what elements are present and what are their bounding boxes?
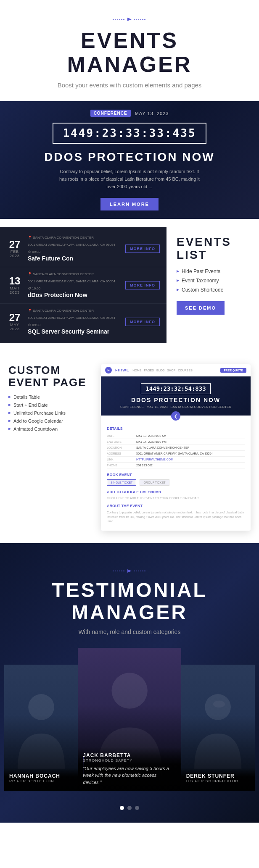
test-name-derek: DEREK STUNFER xyxy=(186,773,250,779)
free-quote-button[interactable]: FREE QUOTE xyxy=(220,368,246,373)
browser-nav: HOME PAGES BLOG SHOP COURSES xyxy=(132,369,217,372)
carousel-dots xyxy=(0,799,259,823)
mini-banner-title: DDOS PROTECTION NOW xyxy=(108,397,244,403)
event-date: 27 FEB 2023 xyxy=(7,239,23,258)
nav-pages: PAGES xyxy=(144,369,154,372)
event-name: dDos Protection Now xyxy=(28,292,120,298)
event-address: 5001 GREAT AMERICA PKWY, SANTA CLARA, CA… xyxy=(28,316,115,320)
custom-feature: Start + End Date xyxy=(8,402,92,408)
sidebar-item: Hide Past Events xyxy=(177,268,249,274)
event-day: 27 xyxy=(7,313,23,323)
event-venue: 📍 SANTA CLARA CONVENTION CENTER xyxy=(28,309,94,313)
custom-feature: Add to Google Calendar xyxy=(8,418,92,423)
event-info: 📍 SANTA CLARA CONVENTION CENTER 5001 GRE… xyxy=(28,236,120,262)
see-demo-button[interactable]: SEE DEMO xyxy=(177,301,225,315)
dot-1[interactable] xyxy=(120,806,124,810)
detail-value: HTTP://FIRWLTHEME.COM xyxy=(136,458,173,461)
brand-logo: F xyxy=(105,367,112,374)
hero-section: EVENTS MANAGER Boost your events with cu… xyxy=(0,0,259,101)
event-address: 5001 GREAT AMERICA PKWY, SANTA CLARA, CA… xyxy=(28,279,115,283)
browser-mockup: F FIRWL HOME PAGES BLOG SHOP COURSES FRE… xyxy=(101,364,251,531)
hero-subtitle: Boost your events with custom elements a… xyxy=(8,82,251,89)
detail-value: SANTA CLARA CONVENTION CENTER xyxy=(136,446,190,449)
event-day: 27 xyxy=(7,239,23,250)
event-month: MAY xyxy=(7,323,23,327)
testimonial-cards: HANNAH BOCACH PR FOR BENTETTON JACK BARB… xyxy=(0,648,259,799)
more-info-button[interactable]: MORE INFO xyxy=(125,281,160,289)
event-time: ⏱ 09:30 xyxy=(28,250,40,254)
dot-2[interactable] xyxy=(127,806,132,810)
group-ticket[interactable]: GROUP TICKET xyxy=(140,479,169,486)
nav-home: HOME xyxy=(132,369,141,372)
custom-left: CUSTOM EVENT PAGE Details Table Start + … xyxy=(8,364,92,434)
testimonial-card-hannah: HANNAH BOCACH PR FOR BENTETTON xyxy=(4,665,78,791)
event-card: 27 MAY 2023 📍 SANTA CLARA CONVENTION CEN… xyxy=(0,304,166,340)
brand-name: FIRWL xyxy=(115,368,129,372)
more-info-button[interactable]: MORE INFO xyxy=(125,318,160,326)
detail-label: LOCATION xyxy=(107,446,136,449)
scroll-arrow[interactable]: ❮ xyxy=(171,411,180,421)
detail-row: LINK HTTP://FIRWLTHEME.COM xyxy=(107,457,245,463)
detail-row: ADDRESS 5001 GREAT AMERICA PKWY, SANTA C… xyxy=(107,451,245,457)
testimonial-section: TESTIMONIAL MANAGER With name, role and … xyxy=(0,543,259,823)
event-meta: 📍 SANTA CLARA CONVENTION CENTER 5001 GRE… xyxy=(28,272,120,290)
single-ticket[interactable]: SINGLE TICKET xyxy=(107,479,136,486)
detail-row: DATE MAY 13, 2023 9:30 AM xyxy=(107,433,245,439)
detail-label: PHONE xyxy=(107,464,136,467)
detail-value: 5001 GREAT AMERICA PKWY, SANTA CLARA, CA… xyxy=(136,452,213,455)
banner-section: CONFERENCE MAY 13, 2023 1449:23:33:33:43… xyxy=(0,101,259,219)
event-time: ⏱ 10:00 xyxy=(28,287,40,290)
nav-blog: BLOG xyxy=(156,369,164,372)
nav-courses: COURSES xyxy=(178,369,193,372)
test-role-derek: ITS FOR SHOPIFICATUR xyxy=(186,779,250,783)
event-month: FEB xyxy=(7,250,23,254)
custom-event-heading: CUSTOM EVENT PAGE xyxy=(8,364,92,388)
testimonial-card-jack: JACK BARBETTA STRONGHOLD SAFETY "Our emp… xyxy=(78,648,181,791)
custom-feature: Details Table xyxy=(8,395,92,400)
svg-marker-4 xyxy=(127,569,132,573)
event-card: 13 MAR 2023 📍 SANTA CLARA CONVENTION CEN… xyxy=(0,267,166,304)
test-name-hannah: HANNAH BOCACH xyxy=(9,773,73,779)
event-card: 27 FEB 2023 📍 SANTA CLARA CONVENTION CEN… xyxy=(0,231,166,267)
testimonial-heading: TESTIMONIAL MANAGER xyxy=(13,579,246,624)
events-cards: 27 FEB 2023 📍 SANTA CLARA CONVENTION CEN… xyxy=(0,227,166,343)
svg-marker-1 xyxy=(127,18,132,21)
events-sidebar: EVENTS LIST Hide Past Events Event Taxon… xyxy=(166,227,259,323)
banner-tags: CONFERENCE MAY 13, 2023 xyxy=(44,110,214,117)
nav-shop: SHOP xyxy=(167,369,175,372)
browser-bar: F FIRWL HOME PAGES BLOG SHOP COURSES FRE… xyxy=(101,364,251,376)
event-name: SQL Server Security Seminar xyxy=(28,328,120,335)
detail-value: 268 233 002 xyxy=(136,464,153,467)
google-cal-label: ADD TO GOOGLE CALENDAR xyxy=(107,490,245,494)
countdown-text: 1449:23:33:33:435 xyxy=(63,127,196,139)
detail-label: END DATE xyxy=(107,440,136,443)
mini-countdown: 1449:23:32:54:833 xyxy=(141,383,210,394)
detail-row: END DATE MAY 14, 2023 6:00 PM xyxy=(107,439,245,445)
decorative-line xyxy=(8,17,251,22)
event-venue: 📍 SANTA CLARA CONVENTION CENTER xyxy=(28,272,94,276)
mini-banner-subtitle: CONFERENCE · MAY 13, 2023 · SANTA CLARA … xyxy=(108,405,244,409)
more-info-button[interactable]: MORE INFO xyxy=(125,245,160,253)
event-day: 13 xyxy=(7,276,23,286)
test-role-hannah: PR FOR BENTETTON xyxy=(9,779,73,783)
learn-more-button[interactable]: LEARN MORE xyxy=(100,198,159,210)
decorative-line-2 xyxy=(13,568,246,573)
card-content-derek: DEREK STUNFER ITS FOR SHOPIFICATUR xyxy=(181,768,255,791)
event-meta: 📍 SANTA CLARA CONVENTION CENTER 5001 GRE… xyxy=(28,309,120,327)
details-label: DETAILS xyxy=(107,426,245,431)
detail-row: PHONE 268 233 002 xyxy=(107,463,245,468)
event-month: MAR xyxy=(7,286,23,290)
detail-value: MAY 14, 2023 6:00 PM xyxy=(136,440,166,443)
mini-banner: 1449:23:32:54:833 DDOS PROTECTION NOW CO… xyxy=(101,376,251,416)
event-year: 2023 xyxy=(7,327,23,331)
event-time: ⏱ 09:30 xyxy=(28,323,40,327)
dot-3[interactable] xyxy=(135,806,139,810)
banner-date: MAY 13, 2023 xyxy=(135,111,169,116)
about-text: Contrary to popular belief, Lorem Ipsum … xyxy=(107,510,245,524)
detail-value: MAY 13, 2023 9:30 AM xyxy=(136,434,166,437)
mini-details: DETAILS DATE MAY 13, 2023 9:30 AM END DA… xyxy=(101,416,251,531)
event-year: 2023 xyxy=(7,254,23,258)
sidebar-item: Custom Shortcode xyxy=(177,287,249,293)
book-event-label: BOOK EVENT xyxy=(107,473,245,477)
detail-label: LINK xyxy=(107,458,136,461)
